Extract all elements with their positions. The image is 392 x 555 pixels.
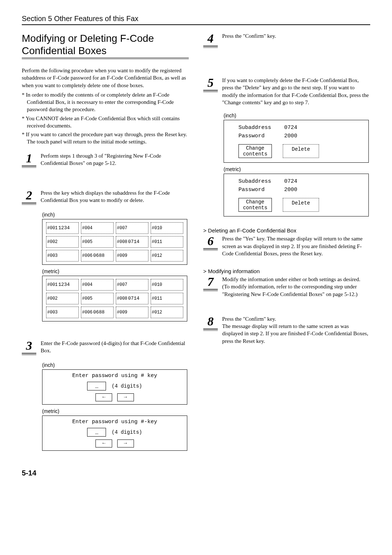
variant-inch-label: (inch)	[42, 362, 189, 368]
step-5-text: If you want to completely delete the F-C…	[222, 77, 370, 106]
subaddress-cell[interactable]: #0080714	[116, 293, 148, 304]
variant-inch-label: (inch)	[42, 212, 189, 218]
cell-value: 0688	[93, 253, 105, 258]
cell-index: #011	[152, 239, 162, 244]
password-value: 2000	[284, 133, 297, 139]
cell-value: 0688	[93, 309, 105, 315]
step-number-7: 7	[203, 276, 218, 292]
note-item: In order to modify the contents of or co…	[22, 91, 189, 113]
variant-inch-label: (inch)	[224, 113, 370, 118]
password-field[interactable]: _	[87, 428, 106, 437]
cell-index: #004	[82, 282, 93, 287]
cell-value: 0714	[128, 239, 139, 244]
subaddress-cell[interactable]: #009	[116, 250, 148, 262]
subaddress-cell[interactable]: #0011234	[46, 222, 79, 234]
step-number-8: 8	[203, 315, 218, 331]
password-field[interactable]: _	[87, 382, 106, 390]
subaddress-cell[interactable]: #010	[151, 222, 183, 234]
subaddress-cell[interactable]: #0080714	[116, 236, 148, 248]
subaddress-cell[interactable]: #0011234	[46, 279, 79, 291]
subaddress-cell[interactable]: #007	[116, 222, 148, 234]
subaddress-cell[interactable]: #005	[81, 293, 114, 304]
step-7-text: Modify the information under either or b…	[222, 276, 370, 298]
cell-index: #010	[152, 226, 162, 231]
arrow-right-button[interactable]: →	[117, 439, 134, 447]
cell-index: #002	[47, 296, 58, 301]
cell-index: #005	[82, 296, 93, 301]
step-6: 6 Press the "Yes" key. The message displ…	[203, 235, 370, 257]
step-2: 2 Press the key which displays the subad…	[22, 189, 189, 205]
arrow-right-button[interactable]: →	[117, 393, 134, 401]
right-column: 4 Press the "Confirm" key. 5 If you want…	[203, 32, 370, 454]
subaddress-cell[interactable]: #0060688	[81, 307, 114, 318]
title-underline	[22, 57, 189, 60]
password-prompt: Enter password using #-key	[46, 419, 183, 425]
cell-index: #011	[152, 296, 162, 301]
change-delete-panel-inch: Subaddress0724 Password2000 Change conte…	[224, 120, 369, 163]
delete-button[interactable]: Delete	[283, 198, 319, 212]
subaddress-cell[interactable]: #012	[151, 307, 183, 318]
step-2-text: Press the key which displays the subaddr…	[41, 189, 189, 204]
subaddress-cell[interactable]: #002	[46, 293, 79, 304]
cell-index: #001	[47, 226, 58, 231]
subaddress-cell[interactable]: #009	[116, 307, 148, 318]
subaddress-cell[interactable]: #010	[151, 279, 183, 291]
step-number-3: 3	[22, 340, 36, 356]
notes-list: In order to modify the contents of or co…	[22, 91, 189, 146]
left-column: Modifying or Deleting F-Code Confidentia…	[22, 32, 189, 454]
step-1: 1 Perform steps 1 through 3 of "Register…	[22, 152, 189, 168]
step-3-text: Enter the F-Code password (4-digits) for…	[41, 340, 189, 355]
arrow-left-button[interactable]: ←	[95, 439, 112, 447]
step-number-6: 6	[203, 235, 218, 251]
subaddress-cell[interactable]: #003	[46, 250, 79, 262]
delete-button[interactable]: Delete	[283, 144, 319, 158]
step-3: 3 Enter the F-Code password (4-digits) f…	[22, 340, 189, 356]
password-panel-inch: Enter password using # key _ (4 digits) …	[42, 369, 187, 405]
step-number-5: 5	[203, 77, 218, 93]
variant-metric-label: (metric)	[42, 408, 189, 414]
subaddress-value: 0724	[284, 125, 297, 131]
step-4: 4 Press the "Confirm" key.	[203, 32, 370, 48]
cell-index: #009	[117, 253, 127, 258]
subaddress-cell[interactable]: #005	[81, 236, 114, 248]
change-contents-button[interactable]: Change contents	[238, 198, 272, 212]
step-number-2: 2	[22, 189, 36, 205]
subaddress-cell[interactable]: #0060688	[81, 250, 114, 262]
change-delete-panel-metric: Subaddress0724 Password2000 Change conte…	[224, 174, 369, 216]
subaddress-cell[interactable]: #004	[81, 222, 114, 234]
subaddress-cell[interactable]: #012	[151, 250, 183, 262]
subaddress-cell[interactable]: #011	[151, 236, 183, 248]
intro-text: Perform the following procedure when you…	[22, 67, 189, 89]
subaddress-cell[interactable]: #002	[46, 236, 79, 248]
note-item: You CANNOT delete an F-Code Confidential…	[22, 115, 189, 130]
arrow-left-button[interactable]: ←	[95, 393, 112, 401]
cell-index: #009	[117, 310, 127, 315]
change-contents-button[interactable]: Change contents	[238, 144, 272, 158]
cell-index: #003	[47, 253, 58, 258]
subaddress-cell[interactable]: #003	[46, 307, 79, 318]
password-panel-metric: Enter password using #-key _ (4 digits) …	[42, 416, 187, 451]
subaddress-grid-inch: #0011234#004#007#010#002#005#0080714#011…	[42, 219, 187, 265]
password-label: Password	[238, 133, 278, 139]
variant-metric-label: (metric)	[42, 268, 189, 274]
cell-index: #002	[47, 239, 58, 244]
subaddress-value: 0724	[284, 178, 297, 185]
cell-index: #006	[82, 253, 93, 258]
step-5: 5 If you want to completely delete the F…	[203, 77, 370, 106]
subaddress-cell[interactable]: #007	[116, 279, 148, 291]
subaddress-cell[interactable]: #011	[151, 293, 183, 304]
subaddress-grid-metric: #0011234#004#007#010#002#005#0080714#011…	[42, 276, 187, 321]
subaddress-cell[interactable]: #004	[81, 279, 114, 291]
step-8-text: Press the "Confirm" key. The message dis…	[222, 315, 370, 345]
subhead-modify: > Modifying information	[203, 268, 370, 274]
step-number-1: 1	[22, 152, 36, 168]
cell-index: #005	[82, 239, 93, 244]
step-4-text: Press the "Confirm" key.	[222, 32, 370, 40]
note-item: If you want to cancel the procedure part…	[22, 131, 189, 146]
cell-index: #007	[117, 226, 127, 231]
cell-index: #001	[47, 282, 58, 287]
password-value: 2000	[284, 187, 297, 193]
step-number-4: 4	[203, 32, 218, 48]
step-1-text: Perform steps 1 through 3 of "Registerin…	[41, 152, 189, 167]
page-title: Modifying or Deleting F-Code Confidentia…	[22, 32, 189, 57]
